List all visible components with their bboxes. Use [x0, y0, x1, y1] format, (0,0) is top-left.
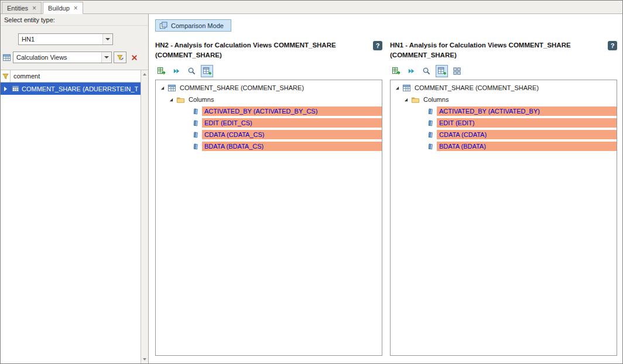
execute-icon[interactable] [405, 65, 417, 77]
tree-node-label: ACTIVATED_BY (ACTIVATED_BY_CS) [202, 107, 382, 116]
tree-node-column[interactable]: CDATA (CDATA) [391, 129, 617, 140]
tree-node-columns[interactable]: Columns [156, 94, 382, 105]
scroll-up-icon[interactable] [141, 70, 148, 78]
system-combobox-value: HN1 [19, 36, 102, 43]
entity-type-header: Select entity type: [1, 14, 148, 26]
help-icon[interactable]: ? [373, 41, 382, 50]
entity-table-header: comment [1, 70, 141, 83]
clear-filter-button[interactable] [128, 51, 140, 63]
column-icon [427, 143, 434, 150]
export-icon[interactable] [155, 65, 167, 77]
zoom-icon[interactable] [186, 65, 198, 77]
tree-node-label: Columns [187, 95, 216, 104]
column-icon [192, 131, 200, 139]
scroll-down-icon[interactable] [141, 355, 148, 363]
tree-node-label: BDATA (BDATA_CS) [202, 142, 382, 151]
row-marker-icon [4, 87, 7, 91]
table-icon [167, 84, 176, 92]
app-window: Entities × Buildup × Select entity type:… [0, 0, 623, 364]
entity-type-combobox-value: Calculation Views [13, 54, 101, 61]
tree-node-label: COMMENT_SHARE (COMMENT_SHARE) [413, 83, 541, 92]
column-icon [427, 108, 434, 115]
table-icon [402, 84, 411, 92]
tab-label: Entities [7, 5, 28, 12]
comparison-panel-hn1: HN1 - Analysis for Calculation Views COM… [390, 40, 617, 356]
analysis-tree: COMMENT_SHARE (COMMENT_SHARE) Columns AC… [390, 80, 617, 356]
zoom-icon[interactable] [420, 65, 433, 77]
tree-node-label: COMMENT_SHARE (COMMENT_SHARE) [179, 83, 306, 92]
table-row-label: COMMENT_SHARE (ADUERRSTEIN_T [19, 85, 138, 92]
column-header-comment[interactable]: comment [11, 70, 141, 82]
chevron-down-icon[interactable] [102, 34, 112, 44]
column-icon [192, 108, 200, 115]
filter-edit-button[interactable] [114, 51, 126, 63]
tree-node-column[interactable]: ACTIVATED_BY (ACTIVATED_BY_CS) [156, 105, 382, 117]
tree-node-column[interactable]: CDATA (CDATA_CS) [156, 129, 382, 140]
sidebar-scrollbar[interactable] [141, 70, 148, 363]
tab-close-icon[interactable]: × [74, 5, 78, 12]
tab-entities[interactable]: Entities × [2, 2, 42, 14]
tree-node-label: BDATA (BDATA) [437, 142, 617, 151]
entity-type-icon [2, 53, 11, 62]
expand-icon[interactable] [403, 97, 409, 102]
expand-icon[interactable] [160, 85, 165, 91]
table-row[interactable]: COMMENT_SHARE (ADUERRSTEIN_T [1, 83, 141, 95]
folder-icon [176, 95, 185, 104]
column-icon [427, 119, 434, 127]
tree-node-column[interactable]: ACTIVATED_BY (ACTIVATED_BY) [391, 105, 617, 117]
table-icon [12, 85, 19, 92]
comparison-area: Comparison Mode HN2 - Analysis for Calcu… [149, 14, 622, 363]
filter-row-gutter[interactable] [1, 70, 11, 82]
analysis-tree: COMMENT_SHARE (COMMENT_SHARE) Columns AC… [155, 80, 382, 356]
system-combobox[interactable]: HN1 [18, 33, 113, 45]
tree-node-column[interactable]: EDIT (EDIT) [391, 117, 617, 129]
tab-close-icon[interactable]: × [32, 5, 36, 12]
tab-label: Buildup [48, 5, 70, 12]
compare-columns-icon[interactable] [201, 65, 213, 77]
tab-bar: Entities × Buildup × [1, 1, 622, 14]
tree-node-column[interactable]: EDIT (EDIT_CS) [156, 117, 382, 129]
tree-node-label: CDATA (CDATA_CS) [202, 130, 382, 139]
folder-icon [411, 95, 420, 104]
tree-node-label: ACTIVATED_BY (ACTIVATED_BY) [437, 107, 617, 116]
column-icon [427, 131, 434, 139]
compare-columns-icon[interactable] [436, 65, 448, 77]
panel-toolbar [155, 65, 382, 77]
tree-node-label: EDIT (EDIT) [437, 118, 617, 128]
comparison-mode-icon [159, 21, 168, 30]
column-icon [192, 143, 200, 150]
tree-node-label: CDATA (CDATA) [437, 130, 617, 139]
tree-node-root[interactable]: COMMENT_SHARE (COMMENT_SHARE) [391, 82, 617, 94]
entity-table-empty-area [1, 95, 141, 363]
entity-table: comment COMMENT_SHARE (ADUERRSTEIN_T [1, 70, 141, 363]
entity-type-combobox[interactable]: Calculation Views [13, 51, 112, 63]
filter-icon [2, 73, 9, 80]
tree-node-label: EDIT (EDIT_CS) [202, 118, 382, 128]
comparison-panel-hn2: HN2 - Analysis for Calculation Views COM… [155, 40, 382, 356]
entity-sidebar: Select entity type: HN1 Calculation View… [1, 14, 149, 363]
column-icon [192, 119, 200, 127]
tree-node-root[interactable]: COMMENT_SHARE (COMMENT_SHARE) [156, 82, 382, 94]
chevron-down-icon[interactable] [101, 52, 111, 63]
comparison-mode-button[interactable]: Comparison Mode [155, 19, 231, 32]
expand-icon[interactable] [169, 97, 174, 102]
export-icon[interactable] [390, 65, 402, 77]
panel-title: HN1 - Analysis for Calculation Views COM… [390, 40, 608, 60]
tree-node-column[interactable]: BDATA (BDATA_CS) [156, 140, 382, 152]
tree-node-label: Columns [422, 95, 451, 104]
clear-filter-icon [131, 54, 138, 61]
execute-icon[interactable] [170, 65, 183, 77]
tree-node-columns[interactable]: Columns [391, 94, 617, 105]
expand-icon[interactable] [395, 85, 400, 91]
scrollbar-track[interactable] [141, 78, 148, 355]
tree-node-column[interactable]: BDATA (BDATA) [391, 140, 617, 152]
panel-toolbar [390, 65, 617, 77]
filter-icon [117, 54, 124, 61]
tab-buildup[interactable]: Buildup × [43, 2, 83, 14]
comparison-mode-label: Comparison Mode [171, 22, 224, 29]
panel-title: HN2 - Analysis for Calculation Views COM… [155, 40, 373, 60]
row-selector-gutter [1, 87, 11, 91]
grid-icon[interactable] [451, 65, 463, 77]
help-icon[interactable]: ? [608, 41, 617, 50]
